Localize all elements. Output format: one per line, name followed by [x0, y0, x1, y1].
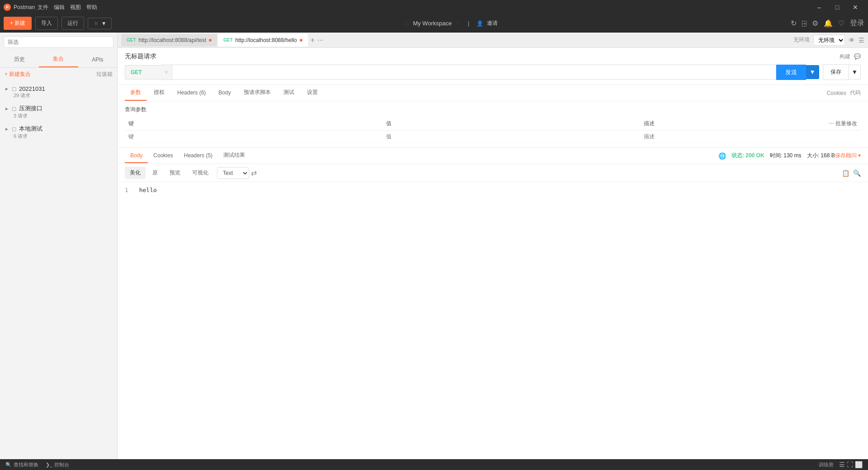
more-options-icon[interactable]: ⋯ [829, 120, 834, 127]
training-button[interactable]: 训练营 [819, 461, 834, 468]
save-response-button[interactable]: 保存顾问 ▾ [835, 152, 861, 160]
unsaved-dot [209, 39, 212, 42]
req-tab-tests[interactable]: 测试 [278, 85, 300, 101]
save-dropdown-button[interactable]: ▼ [849, 65, 861, 80]
request-title-text: 无标题请求 [125, 52, 156, 61]
add-tab-button[interactable]: + [309, 36, 316, 44]
heart-icon[interactable]: ♡ [838, 19, 844, 28]
folder-icon: ▢ [12, 86, 16, 92]
fork-icon[interactable]: ⍈ [802, 19, 807, 28]
list-item[interactable]: ► ▢ 本地测试 6 请求 [0, 122, 117, 142]
sidebar: 历史 集合 APIs + 新建集合 垃圾箱 ► ▢ 20221031 29 请求… [0, 33, 118, 459]
settings-icon[interactable]: ⚙ [812, 19, 818, 28]
import-button[interactable]: 导入 [35, 17, 58, 30]
response-tabs-bar: Body Cookies Headers (5) 测试结果 🌐 状态: 200 … [118, 148, 868, 164]
workspace-label[interactable]: My Workspace [413, 20, 452, 27]
sync-icon[interactable]: ↻ [791, 19, 797, 28]
layout-panel-icon[interactable]: ⬜ [855, 461, 863, 468]
code-link[interactable]: 代码 [850, 89, 861, 97]
search-icon[interactable]: 🔍 [853, 169, 861, 177]
menu-view[interactable]: 视图 [70, 4, 81, 11]
method-label: GET [127, 38, 136, 42]
chevron-right-icon: ► [5, 127, 9, 132]
tab-url: http://localhost:8088/hello [236, 37, 297, 43]
bulk-edit-button[interactable]: 批量修改 [835, 120, 857, 127]
collection-header-20221031: ► ▢ 20221031 [5, 85, 113, 92]
param-key-input[interactable] [128, 133, 379, 140]
environment-select[interactable]: 无环境 [813, 35, 845, 46]
req-tab-params[interactable]: 参数 [125, 85, 146, 101]
main-layout: 历史 集合 APIs + 新建集合 垃圾箱 ► ▢ 20221031 29 请求… [0, 33, 868, 459]
url-input[interactable]: http://localhost:8088/hello [172, 65, 776, 80]
new-tab-icon-button[interactable]: ◾ ▼ [88, 18, 111, 29]
top-bar: + 新建 导入 运行 ◾ ▼ ▦ My Workspace ▼ | 👤 邀请 ↻… [0, 14, 868, 33]
minimize-button[interactable]: – [810, 0, 828, 14]
workspace-chevron-icon[interactable]: ▼ [455, 20, 461, 27]
close-button[interactable]: ✕ [846, 0, 864, 14]
comments-icon[interactable]: 💬 [854, 53, 861, 61]
req-tab-headers[interactable]: Headers (6) [172, 86, 211, 100]
tab-hello[interactable]: GET http://localhost:8088/hello [218, 34, 308, 47]
col-desc: 描述 [640, 117, 824, 131]
save-button[interactable]: 保存 [823, 64, 849, 80]
maximize-button[interactable]: □ [828, 0, 846, 14]
menu-edit[interactable]: 编辑 [54, 4, 65, 11]
tab-url: http://localhost:8088/api/test [139, 37, 206, 43]
method-select[interactable]: GET POST PUT DELETE [125, 65, 161, 80]
req-tab-body[interactable]: Body [213, 86, 236, 100]
search-input[interactable] [4, 36, 113, 48]
param-value-input[interactable] [386, 133, 637, 140]
trash-button[interactable]: 垃圾箱 [96, 70, 113, 78]
more-tabs-button[interactable]: ⋯ [317, 37, 324, 44]
resp-tab-body[interactable]: Body [125, 149, 148, 163]
layout-buttons: ☰ ⛶ ⬜ [839, 461, 863, 468]
resp-tab-headers[interactable]: Headers (5) [179, 149, 218, 163]
tab-history[interactable]: 历史 [0, 52, 39, 67]
layout-sidebar-icon[interactable]: ☰ [839, 461, 845, 468]
view-beautify-button[interactable]: 美化 [125, 167, 146, 179]
layout-full-icon[interactable]: ⛶ [847, 461, 853, 468]
req-tab-auth[interactable]: 授权 [148, 85, 170, 101]
new-collection-button[interactable]: + 新建集合 [5, 70, 31, 78]
console-button[interactable]: ❯_ 控制台 [46, 461, 69, 468]
req-tab-settings[interactable]: 设置 [302, 85, 323, 101]
sidebar-actions: + 新建集合 垃圾箱 [0, 68, 117, 81]
param-desc-input[interactable] [644, 133, 821, 140]
tab-api-test[interactable]: GET http://localhost:8088/api/test [121, 34, 217, 47]
new-button[interactable]: + 新建 [4, 17, 32, 30]
invite-button[interactable]: 邀请 [487, 19, 498, 27]
chevron-right-icon: ► [5, 106, 9, 111]
search-replace-button[interactable]: 🔍 查找和替换 [5, 461, 38, 468]
search-replace-label: 查找和替换 [14, 461, 38, 468]
cookies-link[interactable]: Cookies [827, 89, 846, 97]
resp-tab-cookies[interactable]: Cookies [148, 149, 178, 163]
req-tab-prerequest[interactable]: 预请求脚本 [238, 85, 276, 101]
list-item[interactable]: ► ▢ 压测接口 3 请求 [0, 102, 117, 122]
login-button[interactable]: 登录 [850, 19, 864, 28]
copy-icon[interactable]: 📋 [842, 169, 849, 177]
url-bar: GET POST PUT DELETE ▾ http://localhost:8… [125, 64, 861, 80]
window-controls: – □ ✕ [810, 0, 864, 14]
view-preview-button[interactable]: 预览 [165, 167, 185, 179]
word-wrap-icon[interactable]: ⇄ [251, 169, 257, 177]
collection-name: 20221031 [19, 85, 45, 92]
menu-help[interactable]: 帮助 [86, 4, 97, 11]
folder-icon: ▢ [12, 106, 16, 112]
resp-tab-test-results[interactable]: 测试结果 [218, 148, 250, 164]
tab-collections[interactable]: 集合 [39, 52, 78, 67]
text-format-select[interactable]: Text JSON XML HTML [217, 167, 249, 179]
view-raw-button[interactable]: 原 [147, 167, 163, 179]
request-title-right: 构建 💬 [840, 53, 861, 61]
globe-icon[interactable]: 🌐 [718, 152, 726, 160]
view-visualize-button[interactable]: 可视化 [187, 167, 213, 179]
panel-layout-icon[interactable]: ☰ [859, 37, 864, 44]
run-button[interactable]: 运行 [61, 17, 84, 30]
build-button[interactable]: 构建 [840, 53, 850, 61]
notification-icon[interactable]: 🔔 [824, 19, 833, 28]
send-button[interactable]: 发送 [776, 65, 806, 80]
eye-icon[interactable]: 👁 [849, 37, 855, 44]
list-item[interactable]: ► ▢ 20221031 29 请求 [0, 83, 117, 102]
menu-file[interactable]: 文件 [38, 4, 48, 11]
tab-apis[interactable]: APIs [78, 52, 117, 67]
send-dropdown-button[interactable]: ▼ [806, 65, 819, 79]
